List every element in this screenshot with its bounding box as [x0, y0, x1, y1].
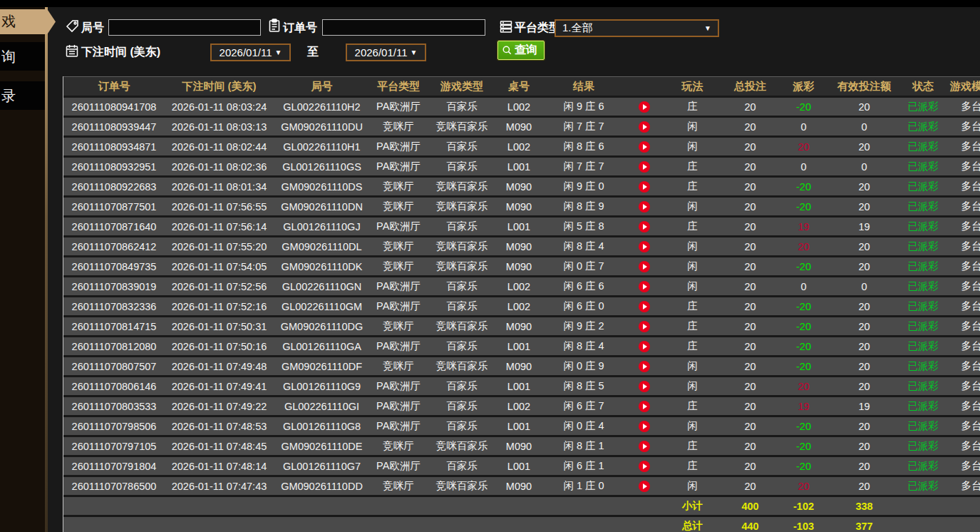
cell-platform: 竞咪厅 — [370, 198, 427, 215]
round-no-input[interactable] — [108, 19, 261, 36]
cell-game-type: 竞咪百家乐 — [427, 357, 497, 375]
cell-game-type: 竞咪百家乐 — [427, 198, 497, 215]
replay-play-icon[interactable] — [639, 241, 650, 252]
cell-table-no: M090 — [497, 237, 541, 255]
cell-table-no: L001 — [497, 457, 541, 475]
cell-total-bet: 20 — [723, 297, 778, 315]
replay-play-icon[interactable] — [639, 461, 650, 472]
order-no-input[interactable] — [322, 19, 485, 36]
cell-round-no: GM090261110DS — [274, 178, 370, 195]
replay-play-icon[interactable] — [639, 281, 650, 292]
cell-game-mode: 多台 — [947, 317, 980, 335]
cell-order-no: 260111070832336 — [63, 297, 165, 315]
replay-play-icon[interactable] — [639, 361, 650, 372]
cell-order-no: 260111070839019 — [63, 277, 165, 295]
cell-bet-type: 庄 — [662, 178, 723, 195]
replay-play-icon[interactable] — [639, 401, 650, 412]
cell-order-no: 260111080932951 — [63, 158, 165, 175]
cell-total-bet: 20 — [723, 317, 778, 335]
cell-bet-time: 2026-01-11 07:52:56 — [165, 277, 274, 295]
cell-table-no: L002 — [497, 397, 541, 415]
cell-bet-time: 2026-01-11 07:48:53 — [165, 417, 274, 435]
cell-game-type: 百家乐 — [427, 138, 497, 155]
cell-round-no: GL002261110GI — [274, 397, 370, 415]
cell-payout: 20 — [778, 377, 830, 395]
cell-round-no: GL002261110GM — [274, 297, 370, 315]
replay-play-icon[interactable] — [639, 141, 650, 153]
cell-round-no: GL001261110G9 — [274, 377, 370, 395]
cell-table-no: M090 — [497, 118, 541, 135]
cell-replay — [626, 118, 662, 135]
replay-play-icon[interactable] — [639, 221, 650, 232]
cell-result: 闲 8 庄 4 — [541, 237, 626, 255]
replay-play-icon[interactable] — [639, 441, 650, 452]
sidebar-divider — [45, 7, 48, 532]
header-round-no: 局号 — [274, 77, 370, 96]
cell-table-no: M090 — [497, 198, 541, 215]
sidebar-item-label: 戏 — [0, 12, 16, 31]
replay-play-icon[interactable] — [639, 301, 650, 312]
cell-valid-bet: 20 — [830, 198, 899, 215]
cell-platform: PA欧洲厅 — [370, 337, 427, 355]
cell-order-no: 260111070849735 — [63, 257, 165, 275]
cell-result: 闲 8 庄 6 — [541, 138, 626, 155]
cell-valid-bet: 20 — [830, 257, 899, 275]
replay-play-icon[interactable] — [639, 321, 650, 332]
cell-bet-time: 2026-01-11 07:56:14 — [165, 218, 274, 235]
cell-round-no: GM090261110DD — [274, 477, 370, 495]
cell-game-mode: 多台 — [947, 178, 980, 195]
cell-round-no: GM090261110DU — [274, 118, 370, 135]
cell-payout: 20 — [778, 237, 830, 255]
sidebar-item-records[interactable]: 录 — [0, 81, 45, 110]
cell-order-no: 260111070877501 — [63, 198, 165, 215]
replay-play-icon[interactable] — [639, 381, 650, 392]
replay-play-icon[interactable] — [639, 481, 650, 492]
cell-platform: PA欧洲厅 — [370, 457, 427, 475]
cell-order-no: 260111070812080 — [63, 337, 165, 355]
replay-play-icon[interactable] — [639, 261, 650, 272]
cell-status: 已派彩 — [899, 158, 947, 175]
cell-platform: PA欧洲厅 — [370, 377, 427, 395]
replay-play-icon[interactable] — [639, 201, 650, 213]
header-payout: 派彩 — [778, 77, 830, 96]
records-table: 订单号 下注时间 (美东) 局号 平台类型 游戏类型 桌号 结果 玩法 总投注 … — [63, 76, 980, 532]
header-total-bet: 总投注 — [723, 77, 778, 96]
replay-play-icon[interactable] — [639, 121, 650, 133]
sidebar-item-query[interactable]: 询 — [0, 42, 45, 71]
cell-table-no: L002 — [497, 277, 541, 295]
cell-game-mode: 多台 — [947, 237, 980, 255]
sidebar-item-game[interactable]: 戏 — [0, 9, 56, 34]
cell-valid-bet: 20 — [830, 237, 899, 255]
cell-replay — [626, 377, 662, 395]
cell-result: 闲 6 庄 0 — [541, 297, 626, 315]
cell-bet-time: 2026-01-11 07:49:41 — [165, 377, 274, 395]
cell-total-bet: 20 — [723, 397, 778, 415]
cell-total-bet: 20 — [723, 457, 778, 475]
cell-status: 已派彩 — [899, 257, 947, 275]
cell-platform: 竞咪厅 — [370, 178, 427, 195]
cell-game-mode: 多台 — [947, 397, 980, 415]
cell-replay — [626, 457, 662, 475]
cell-total-bet: 20 — [723, 377, 778, 395]
cell-replay — [626, 138, 662, 155]
date-from-select[interactable]: 2026/01/11 ▼ — [210, 44, 291, 61]
cell-game-mode: 多台 — [947, 198, 980, 215]
cell-order-no: 260111070803533 — [63, 397, 165, 415]
replay-play-icon[interactable] — [639, 101, 650, 113]
query-button[interactable]: 查询 — [497, 41, 545, 60]
cell-result: 闲 6 庄 7 — [541, 397, 626, 415]
cell-game-type: 百家乐 — [427, 417, 497, 435]
cell-order-no: 260111080934871 — [63, 138, 165, 155]
cell-payout: 20 — [778, 138, 830, 155]
cell-bet-time: 2026-01-11 08:02:36 — [165, 158, 274, 175]
header-platform: 平台类型 — [370, 77, 427, 96]
subtotal-payout: -102 — [778, 497, 830, 515]
replay-play-icon[interactable] — [639, 181, 650, 193]
replay-play-icon[interactable] — [639, 161, 650, 173]
platform-type-select[interactable]: 1.全部 ▼ — [555, 19, 719, 37]
cell-total-bet: 20 — [723, 158, 778, 175]
date-to-select[interactable]: 2026/01/11 ▼ — [346, 44, 426, 61]
replay-play-icon[interactable] — [639, 341, 650, 352]
header-valid-bet: 有效投注额 — [830, 77, 899, 96]
replay-play-icon[interactable] — [639, 421, 650, 432]
